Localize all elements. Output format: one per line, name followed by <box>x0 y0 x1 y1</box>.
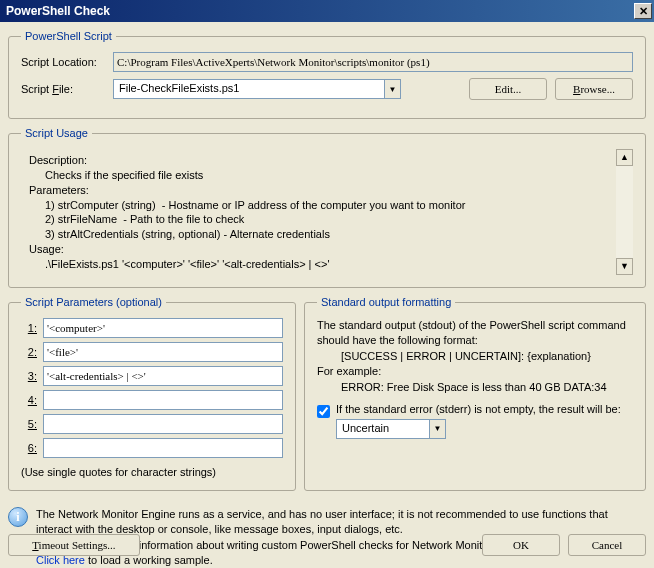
param-label-6: 6: <box>21 442 43 454</box>
group-legend-usage: Script Usage <box>21 127 92 139</box>
param-label-1: 1: <box>21 322 43 334</box>
param-input-3[interactable] <box>43 366 283 386</box>
usage-line: Usage: <box>29 242 609 257</box>
std-text-1: The standard output (stdout) of the Powe… <box>317 318 633 349</box>
scrollbar-vertical[interactable]: ▲ ▼ <box>616 149 633 275</box>
std-text-2: [SUCCESS | ERROR | UNCERTAIN]: {explanat… <box>317 349 633 364</box>
stderr-result-value: Uncertain <box>337 420 429 438</box>
param-label-3: 3: <box>21 370 43 382</box>
ok-button[interactable]: OK <box>482 534 560 556</box>
group-standard-output: Standard output formatting The standard … <box>304 296 646 491</box>
usage-line: 1) strComputer (string) - Hostname or IP… <box>29 198 609 213</box>
group-script-usage: Script Usage Description: Checks if the … <box>8 127 646 288</box>
stderr-result-select[interactable]: Uncertain ▼ <box>336 419 446 439</box>
param-note: (Use single quotes for character strings… <box>21 466 283 478</box>
std-text-4: ERROR: Free Disk Space is less than 40 G… <box>317 380 633 395</box>
scroll-up-icon[interactable]: ▲ <box>616 149 633 166</box>
group-legend-script: PowerShell Script <box>21 30 116 42</box>
usage-line: Parameters: <box>29 183 609 198</box>
script-file-select[interactable]: File-CheckFileExists.ps1 ▼ <box>113 79 401 99</box>
chevron-down-icon[interactable]: ▼ <box>429 420 445 438</box>
usage-text-area: Description: Checks if the specified fil… <box>21 149 633 275</box>
title-bar: PowerShell Check ✕ <box>0 0 654 22</box>
usage-line: Description: <box>29 153 609 168</box>
stderr-check-label: If the standard error (stderr) is not em… <box>336 403 633 415</box>
std-text-3: For example: <box>317 364 633 379</box>
chevron-down-icon[interactable]: ▼ <box>384 80 400 98</box>
window-title: PowerShell Check <box>6 4 634 18</box>
info-icon: i <box>8 507 28 527</box>
scroll-track[interactable] <box>616 166 633 258</box>
browse-button[interactable]: Browse... <box>555 78 633 100</box>
group-script-parameters: Script Parameters (optional) 1: 2: 3: 4:… <box>8 296 296 491</box>
timeout-settings-button[interactable]: Timeout Settings... <box>8 534 140 556</box>
usage-line: .\FileExists.ps1 '<computer>' '<file>' '… <box>29 257 609 272</box>
usage-line: Checks if the specified file exists <box>29 168 609 183</box>
usage-line: 3) strAltCredentials (string, optional) … <box>29 227 609 242</box>
script-location-label: Script Location: <box>21 56 113 68</box>
param-input-4[interactable] <box>43 390 283 410</box>
param-label-5: 5: <box>21 418 43 430</box>
group-legend-params: Script Parameters (optional) <box>21 296 166 308</box>
usage-line: Sample: <box>29 272 609 275</box>
usage-line: 2) strFileName - Path to the file to che… <box>29 212 609 227</box>
cancel-button[interactable]: Cancel <box>568 534 646 556</box>
param-label-4: 4: <box>21 394 43 406</box>
stderr-checkbox[interactable] <box>317 405 330 418</box>
close-button[interactable]: ✕ <box>634 3 652 19</box>
param-input-1[interactable] <box>43 318 283 338</box>
param-input-5[interactable] <box>43 414 283 434</box>
param-input-6[interactable] <box>43 438 283 458</box>
script-location-field <box>113 52 633 72</box>
scroll-down-icon[interactable]: ▼ <box>616 258 633 275</box>
script-file-label: Script File: <box>21 83 113 95</box>
group-powershell-script: PowerShell Script Script Location: Scrip… <box>8 30 646 119</box>
param-label-2: 2: <box>21 346 43 358</box>
edit-button[interactable]: Edit... <box>469 78 547 100</box>
group-legend-std: Standard output formatting <box>317 296 455 308</box>
param-input-2[interactable] <box>43 342 283 362</box>
script-file-value: File-CheckFileExists.ps1 <box>114 80 384 98</box>
